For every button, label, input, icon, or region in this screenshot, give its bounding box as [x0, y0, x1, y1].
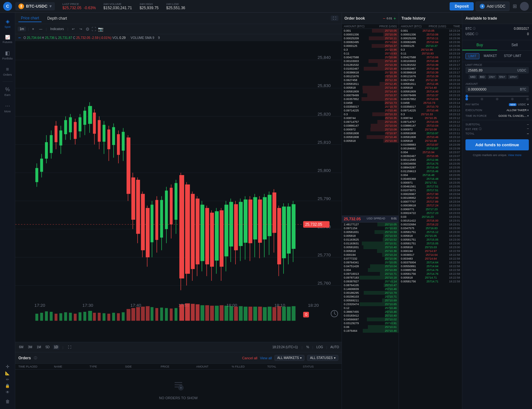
ob-bid-row[interactable]: 0.03183412 25710.40 [342, 314, 399, 318]
all-markets-filter[interactable]: ALL MARKETS ▾ [274, 355, 305, 361]
ob-ask-row[interactable]: 0.00581809 25714.40 [342, 90, 399, 93]
ob-bid-row[interactable]: 0.04751428 25710.04 [342, 264, 399, 268]
ob-bid-row[interactable]: 0.00569211 25710.69 [342, 299, 399, 302]
ob-bid-row[interactable]: 0.04566697 25710.02 [342, 318, 399, 321]
lock-icon[interactable]: 🔒 [5, 384, 10, 388]
ob-ask-row[interactable]: 0.11 25710.93 [342, 52, 399, 55]
ob-bid-row[interactable]: 2.48177127 25710.05 [342, 223, 399, 226]
settings-btn[interactable]: ⚙ [86, 27, 90, 32]
ob-ask-row[interactable]: 0.008744 25710.35 [342, 116, 399, 120]
ob-ask-row[interactable]: 0.3 25710.33 [342, 112, 399, 116]
chart-canvas[interactable]: 25,840 25,830 25,820 25,810 25,800 25,79… [15, 41, 342, 342]
tab-buy[interactable]: Buy [462, 40, 497, 50]
ob-ask-row[interactable]: 0.00001336 25710.06 [342, 33, 399, 36]
ob-bid-row[interactable]: 0.01163631 25710.51 [342, 242, 399, 245]
ob-bid-row[interactable]: 0.23320474 25710.65 [342, 302, 399, 306]
ob-bid-row[interactable]: 0.004 25710.89 [342, 268, 399, 272]
range-3m-btn[interactable]: 3M [27, 345, 34, 349]
tp-amount-slider[interactable] [462, 94, 532, 102]
timeframe-btn[interactable]: 1m [18, 27, 26, 31]
grid-icon[interactable]: ⊞ [513, 3, 517, 9]
order-type-stop-limit[interactable]: STOP LIMIT [501, 53, 524, 59]
ob-bid-row[interactable]: 0.38867455 25710.46 [342, 310, 399, 314]
sidebar-item-portfolio[interactable]: ◧ Portfolio [1, 47, 15, 63]
tab-sell[interactable]: Sell [497, 40, 532, 50]
range-1d-btn[interactable]: 1D [53, 345, 60, 349]
usdc-info-icon[interactable]: ⓘ [475, 32, 478, 36]
tab-price-chart[interactable]: Price chart [18, 15, 42, 22]
ob-ask-row[interactable]: 0.00427588 25710.66 [342, 55, 399, 59]
ob-bid-row[interactable]: 0.00581831 25710.59 [342, 230, 399, 234]
fullscreen-btn[interactable]: ⛶ [92, 27, 96, 32]
redo-btn[interactable]: ↪ [78, 27, 84, 31]
range-1m-btn[interactable]: 1M [35, 345, 42, 349]
amount-input[interactable]: 0.00000000 BTC [465, 86, 529, 92]
ob-ask-row[interactable]: 0.0000125 25710.37 [342, 44, 399, 48]
sidebar-item-more[interactable]: ⋯ More [1, 100, 15, 116]
ob-bid-row[interactable]: 0.09764341 25710.05 [342, 261, 399, 264]
ob-plus-button[interactable]: + [394, 16, 396, 21]
ob-bid-row[interactable]: 0.09387827 25710.14 [342, 280, 399, 283]
sidebar-item-earn[interactable]: % Earn [1, 84, 15, 99]
range-6m-btn[interactable]: 6M [18, 345, 25, 349]
ob-ask-row[interactable]: 0.03886147 25710.04 [342, 124, 399, 128]
bid-price-btn[interactable]: BID [478, 75, 486, 79]
chart-auto-label[interactable]: AUTO [330, 345, 339, 349]
ob-bid-row[interactable]: 0.08764105 25710.47 [342, 283, 399, 287]
ob-bid-row[interactable]: 0.00296103 25710.71 [342, 295, 399, 299]
bar-type-btn[interactable]: ≡ [31, 27, 36, 31]
ob-bid-row[interactable]: 0.06 25710.61 [342, 325, 399, 329]
ob-ask-row[interactable]: 0.00357852 25710.06 [342, 97, 399, 101]
ob-bid-row[interactable]: 0.12 25710.46 [342, 306, 399, 310]
ob-bid-row[interactable]: 0.09716013 25710.71 [342, 272, 399, 276]
indicators-btn[interactable]: Indicators [48, 27, 65, 31]
ob-ask-row[interactable]: 0.00025209 25710.11 [342, 36, 399, 40]
pct5-btn[interactable]: 5%+ [498, 75, 507, 79]
all-statuses-filter[interactable]: ALL STATUSES ▾ [307, 355, 338, 361]
eye-icon[interactable]: 👁 [6, 390, 10, 394]
tab-depth-chart[interactable]: Depth chart [45, 15, 69, 22]
ob-bid-row[interactable]: 0.01163625 25710.52 [342, 238, 399, 242]
trash-icon[interactable]: 🗑 [3, 396, 12, 406]
btc-info-icon[interactable]: ⓘ [473, 27, 476, 31]
ob-bid-row[interactable]: 0.1976464 25710.46 [342, 329, 399, 333]
ob-ask-row[interactable]: 0.01281532 25710.39 [342, 63, 399, 67]
sidebar-item-spot[interactable]: ◈ Spot [1, 16, 15, 31]
ob-bid-row[interactable]: 0.00581831 25710.40 [342, 245, 399, 249]
ob-ask-row[interactable]: 0.00078499 25710.37 [342, 93, 399, 97]
add-usdc-button[interactable]: $ Add USDC [476, 2, 510, 11]
cancel-all-button[interactable]: Cancel all [242, 356, 257, 360]
exec-value[interactable]: ALLOW TAKER ▾ [507, 109, 529, 112]
order-type-market[interactable]: MARKET [481, 53, 500, 59]
ob-bid-row[interactable]: 0.005818 25710.36 [342, 249, 399, 253]
expand-small-btn[interactable]: ⛶ [67, 345, 73, 349]
ob-ask-row[interactable]: 0.00581808 25710.97 [342, 131, 399, 135]
ob-bid-row[interactable]: 0.0971154 25710.63 [342, 226, 399, 230]
ob-bid-row[interactable]: 0.00186295 25710.79 [342, 291, 399, 295]
mid-price-btn[interactable]: MID [469, 75, 477, 79]
ob-minus-button[interactable]: − [383, 16, 385, 21]
undo-btn[interactable]: ↩ [70, 27, 76, 31]
line-type-btn[interactable]: — [38, 27, 44, 31]
ob-bid-row[interactable]: 0.000194 25710.24 [342, 253, 399, 257]
ob-ask-row[interactable]: 0.00581808 25710.46 [342, 135, 399, 139]
ob-bid-row[interactable]: 0.03129279 25710.91 [342, 321, 399, 325]
ob-ask-row[interactable]: 0.005818 25714.40 [342, 86, 399, 90]
order-type-limit[interactable]: LIMIT [465, 53, 479, 59]
sidebar-item-futures[interactable]: 📈 Futures [1, 32, 15, 46]
limit-price-input[interactable]: 25685.89 USDC [465, 67, 529, 73]
ob-ask-row[interactable]: 0.03356017 25710.70 [342, 105, 399, 109]
add-funds-button[interactable]: Add funds to continue [465, 139, 529, 150]
ruler-icon[interactable]: 📐 [5, 371, 10, 375]
ob-ask-row[interactable]: 0.09714757 25710.05 [342, 120, 399, 124]
ob-bid-row[interactable]: 0.0777232 25710.06 [342, 257, 399, 261]
expand-icon[interactable]: ⛶ [331, 16, 338, 21]
chart-pct-label[interactable]: % [306, 345, 309, 349]
ob-ask-row[interactable]: 0.00082495 25710.64 [342, 40, 399, 44]
ob-ask-row[interactable]: 0.000972 25710.08 [342, 128, 399, 131]
ob-ask-row[interactable]: 0.01002467 25710.48 [342, 67, 399, 71]
ob-ask-row[interactable]: 0.005818 25710.88 [342, 139, 399, 143]
ob-bid-row[interactable]: 0.09787183 25710.18 [342, 276, 399, 280]
ob-ask-row[interactable]: 0.0627458 25712.39 [342, 78, 399, 82]
camera-btn[interactable]: 📷 [98, 27, 103, 32]
